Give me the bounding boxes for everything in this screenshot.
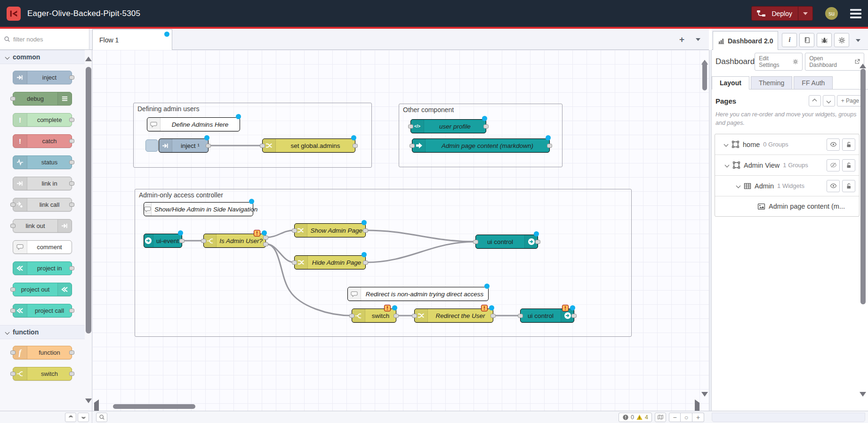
output-port[interactable] — [535, 240, 540, 244]
palette-node-inject[interactable]: inject — [13, 71, 72, 84]
zoom-in-button[interactable]: + — [692, 413, 704, 422]
palette-node-link-in[interactable]: link in — [13, 177, 72, 190]
palette-node-link-call[interactable]: link call — [13, 198, 72, 212]
lock-button[interactable] — [842, 138, 855, 151]
add-page-button[interactable]: + Page — [837, 95, 863, 106]
palette-scrollbar[interactable] — [86, 67, 91, 334]
output-port[interactable] — [363, 260, 368, 265]
canvas-scroll-right[interactable] — [695, 403, 699, 411]
input-port[interactable] — [518, 314, 523, 318]
palette-node-switch[interactable]: switch — [13, 367, 72, 381]
palette-expand-all-button[interactable] — [78, 413, 89, 422]
output-port[interactable] — [571, 314, 577, 318]
tab-dashboard-2[interactable]: Dashboard 2.0 — [713, 31, 778, 50]
user-avatar[interactable]: su — [825, 7, 838, 20]
palette-node-status[interactable]: status — [13, 155, 72, 169]
group-other-component[interactable]: Other component — [399, 104, 563, 167]
tree-row-admin-group[interactable]: Admin 1 Widgets — [715, 176, 859, 196]
canvas-v-scrollbar[interactable] — [702, 61, 707, 90]
debug-sidebar-button[interactable] — [817, 33, 832, 47]
node-hide-admin-page[interactable]: Hide Admin Page — [294, 255, 366, 269]
deploy-button[interactable]: Deploy — [751, 6, 813, 21]
tab-theming[interactable]: Theming — [751, 76, 792, 89]
palette-node-complete[interactable]: ! complete — [13, 113, 72, 127]
tab-ff-auth[interactable]: FF Auth — [794, 76, 833, 89]
deploy-options-caret[interactable] — [798, 7, 812, 20]
search-flows-button[interactable] — [96, 413, 107, 422]
palette-node-debug[interactable]: debug — [13, 92, 72, 106]
main-menu-icon[interactable] — [850, 9, 861, 18]
node-set-global-admins[interactable]: set global.admins — [262, 138, 355, 153]
input-port[interactable] — [473, 240, 478, 244]
comment-node-redirect-non-admin[interactable]: Redirect is non-admin trying direct acce… — [347, 287, 489, 301]
input-port[interactable] — [408, 124, 413, 129]
node-switch[interactable]: switch ! — [352, 309, 396, 323]
palette-scroll-down[interactable] — [85, 399, 92, 403]
palette-category-function[interactable]: function — [0, 325, 85, 339]
input-port[interactable] — [292, 228, 297, 233]
palette-node-project-out[interactable]: project out — [13, 283, 72, 296]
output-port[interactable] — [179, 239, 185, 243]
edit-settings-button[interactable]: Edit Settings — [755, 53, 803, 71]
lock-button[interactable] — [842, 159, 855, 171]
node-ui-event[interactable]: ui-event — [144, 234, 182, 248]
input-port[interactable] — [349, 314, 354, 318]
output-port[interactable] — [483, 124, 489, 129]
node-user-profile[interactable]: </> user profile — [410, 119, 486, 133]
canvas-h-scrollbar[interactable] — [113, 404, 195, 409]
tab-layout[interactable]: Layout — [712, 76, 749, 89]
palette-node-link-out[interactable]: link out — [13, 219, 72, 233]
node-show-admin-page[interactable]: Show Admin Page — [294, 223, 366, 237]
sidebar-scroll-up[interactable] — [860, 56, 866, 64]
tree-row-admin-page-content-widget[interactable]: Admin page content (m... — [715, 196, 859, 216]
input-port[interactable] — [292, 260, 297, 265]
visibility-button[interactable] — [827, 159, 840, 171]
palette-node-comment[interactable]: comment — [13, 240, 72, 254]
sidebar-scroll-down[interactable] — [860, 397, 866, 405]
sidebar-list-caret[interactable] — [856, 39, 860, 42]
tab-flow-1[interactable]: Flow 1 — [92, 29, 172, 50]
flow-canvas[interactable]: Defining admin users Other component Adm… — [92, 50, 709, 411]
move-down-button[interactable] — [823, 95, 835, 106]
node-redirect-the-user[interactable]: Redirect the User ! — [414, 309, 493, 323]
open-dashboard-button[interactable]: Open Dashboard — [805, 53, 864, 71]
zoom-reset-button[interactable]: ○ — [681, 413, 692, 422]
input-port[interactable] — [260, 144, 265, 148]
comment-node-show-hide-admin[interactable]: Show/Hide Admin in Side Navigation — [144, 202, 253, 216]
node-is-admin-user[interactable]: Is Admin User? ! — [203, 234, 266, 248]
node-inject[interactable]: inject ¹ — [159, 138, 209, 153]
palette-collapse-all-button[interactable] — [65, 413, 76, 422]
palette-node-function[interactable]: f function — [13, 346, 72, 359]
palette-node-project-in[interactable]: project in — [13, 261, 72, 275]
canvas-scroll-up[interactable] — [701, 52, 708, 60]
output-port[interactable] — [353, 144, 358, 148]
move-up-button[interactable] — [809, 95, 821, 106]
output-port[interactable] — [490, 314, 496, 318]
zoom-out-button[interactable]: − — [669, 413, 681, 422]
tree-row-home[interactable]: home 0 Groups — [715, 134, 859, 155]
info-sidebar-button[interactable]: i — [782, 33, 797, 47]
output-port[interactable] — [394, 314, 399, 318]
palette-search[interactable] — [0, 29, 89, 50]
notification-counts[interactable]: 0 4 — [619, 413, 652, 422]
navigator-button[interactable] — [655, 413, 666, 422]
palette-scroll-up[interactable] — [85, 57, 92, 61]
output-port[interactable] — [547, 144, 552, 148]
help-sidebar-button[interactable] — [799, 33, 814, 47]
node-admin-page-content[interactable]: Admin page content (markdown) — [412, 138, 550, 153]
canvas-scroll-left[interactable] — [94, 403, 99, 411]
output-port[interactable] — [363, 228, 368, 233]
output-port[interactable] — [206, 144, 211, 148]
add-flow-button[interactable]: + — [679, 35, 684, 44]
inject-button[interactable] — [145, 139, 158, 152]
filter-nodes-input[interactable] — [13, 36, 79, 43]
input-port[interactable] — [410, 144, 415, 148]
node-ui-control-1[interactable]: ui control — [475, 235, 538, 249]
settings-sidebar-button[interactable] — [834, 33, 849, 47]
tree-row-admin-view[interactable]: Admin View 1 Groups — [715, 155, 859, 176]
output-port-2[interactable] — [263, 242, 268, 246]
canvas-scroll-down[interactable] — [701, 397, 708, 405]
visibility-button[interactable] — [827, 180, 840, 192]
palette-category-common[interactable]: common — [0, 50, 85, 64]
input-port[interactable] — [201, 239, 206, 243]
